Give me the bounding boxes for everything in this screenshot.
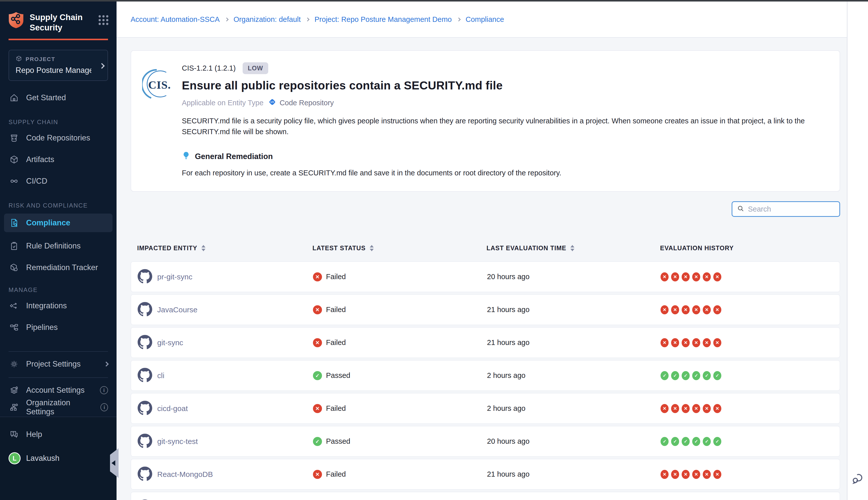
table-row[interactable]: git-sync ✕ Failed 21 hours ago ✕✕✕✕✕✕ [131, 327, 840, 358]
sidebar-item-integrations[interactable]: Integrations [0, 298, 117, 314]
github-icon [138, 368, 152, 384]
remediation-text: For each repository in use, create a SEC… [182, 169, 824, 177]
info-icon[interactable] [101, 403, 108, 411]
entity-name-link[interactable]: cicd-goat [157, 404, 188, 413]
sidebar-item-pipelines[interactable]: Pipelines [0, 320, 117, 335]
sidebar-item-remediation-tracker[interactable]: Remediation Tracker [0, 260, 117, 275]
history-fail-icon: ✕ [692, 305, 700, 314]
sidebar-item-help[interactable]: Help [0, 427, 117, 442]
code-repository-diamond-icon [268, 98, 277, 108]
cis-logo: CIS. [142, 62, 182, 177]
entity-name-link[interactable]: git-sync [157, 339, 183, 347]
sidebar-item-code-repositories[interactable]: Code Repositories [0, 130, 117, 146]
entity-type-tag[interactable]: Code Repository [268, 98, 334, 108]
history-fail-icon: ✕ [713, 338, 721, 347]
search-input[interactable] [748, 205, 843, 213]
breadcrumb-separator-icon [306, 17, 310, 21]
evaluation-history: ✕✕✕✕✕✕ [661, 272, 840, 281]
sidebar-divider [9, 377, 108, 378]
table-row[interactable]: JavaCourse ✕ Failed 21 hours ago ✕✕✕✕✕✕ [131, 294, 840, 325]
sidebar-item-organization-settings[interactable]: Organization Settings [0, 399, 117, 415]
history-fail-icon: ✕ [661, 272, 669, 281]
status-icon: ✕ [313, 305, 322, 314]
sidebar-divider [9, 351, 108, 352]
section-header-manage: MANAGE [0, 286, 117, 294]
sidebar-item-cicd[interactable]: CI/CD [0, 173, 117, 189]
history-fail-icon: ✕ [713, 470, 721, 479]
sidebar-item-account-settings[interactable]: Account Settings [0, 383, 117, 398]
chat-support-icon[interactable] [851, 472, 865, 487]
help-chat-icon [9, 430, 20, 439]
history-fail-icon: ✕ [671, 470, 679, 479]
column-header-last-evaluation-time[interactable]: LAST EVALUATION TIME [486, 245, 660, 252]
table-row[interactable]: React-MongoDB ✕ Failed 21 hours ago ✕✕✕✕… [131, 459, 840, 490]
module-switcher-grid-icon[interactable] [97, 14, 109, 27]
applicable-label: Applicable on Entity Type [182, 99, 264, 107]
info-icon[interactable] [100, 386, 108, 394]
column-header-latest-status[interactable]: LATEST STATUS [312, 245, 486, 252]
sidebar-item-artifacts[interactable]: Artifacts [0, 152, 117, 167]
page-content: CIS. CIS-1.2.1 (1.2.1) LOW Ensure all pu… [117, 38, 847, 500]
history-fail-icon: ✕ [671, 404, 679, 413]
sort-icon [370, 245, 374, 251]
history-fail-icon: ✕ [682, 404, 690, 413]
breadcrumb-organization-link[interactable]: Organization: default [234, 15, 301, 24]
status-icon: ✓ [313, 371, 322, 380]
project-selector[interactable]: PROJECT Repo Posture Manage... [9, 50, 108, 81]
entity-name-link[interactable]: JavaCourse [157, 306, 197, 314]
history-pass-icon: ✓ [661, 371, 669, 380]
history-pass-icon: ✓ [671, 371, 679, 380]
breadcrumb: Account: Automation-SSCA Organization: d… [131, 15, 504, 24]
status-icon: ✕ [313, 470, 322, 479]
infinity-cicd-icon [9, 176, 20, 186]
breadcrumb-account-link[interactable]: Account: Automation-SSCA [131, 15, 220, 24]
status-label: Failed [326, 273, 346, 281]
sidebar-item-compliance[interactable]: Compliance [4, 214, 113, 232]
history-fail-icon: ✕ [692, 272, 700, 281]
sidebar-item-get-started[interactable]: Get Started [0, 90, 117, 105]
gear-icon [9, 359, 20, 369]
history-fail-icon: ✕ [713, 305, 721, 314]
sidebar: Supply Chain Security PROJECT Repo Postu… [0, 1, 117, 500]
history-fail-icon: ✕ [682, 470, 690, 479]
github-icon [138, 467, 152, 482]
evaluation-history: ✕✕✕✕✕✕ [661, 338, 840, 347]
entity-name-link[interactable]: git-sync-test [157, 437, 198, 446]
table-row[interactable]: ✓ ✓✓✓✓✓✓ [131, 492, 840, 500]
account-layers-icon [9, 385, 20, 395]
column-header-impacted-entity[interactable]: IMPACTED ENTITY [131, 245, 312, 252]
table-row[interactable]: cicd-goat ✕ Failed 2 hours ago ✕✕✕✕✕✕ [131, 393, 840, 424]
supply-chain-security-shield-icon [8, 12, 24, 30]
history-fail-icon: ✕ [661, 338, 669, 347]
table-row[interactable]: pr-git-sync ✕ Failed 20 hours ago ✕✕✕✕✕✕ [131, 261, 840, 292]
evaluation-history: ✓✓✓✓✓✓ [661, 437, 840, 446]
sidebar-item-rule-definitions[interactable]: Rule Definitions [0, 238, 117, 254]
history-pass-icon: ✓ [682, 371, 690, 380]
github-icon [138, 401, 152, 416]
evaluation-history: ✕✕✕✕✕✕ [661, 404, 840, 413]
user-menu[interactable]: L Lavakush [0, 452, 117, 464]
rule-id: CIS-1.2.1 (1.2.1) [182, 64, 235, 72]
entity-name-link[interactable]: React-MongoDB [157, 470, 213, 479]
breadcrumb-compliance-link[interactable]: Compliance [466, 15, 504, 24]
history-fail-icon: ✕ [713, 404, 721, 413]
entity-name-link[interactable]: cli [157, 371, 164, 380]
entity-name-link[interactable]: pr-git-sync [157, 273, 193, 281]
table-toolbar [131, 201, 840, 217]
sidebar-item-project-settings[interactable]: Project Settings [0, 356, 117, 372]
history-fail-icon: ✕ [671, 338, 679, 347]
module-accent-line [9, 39, 108, 40]
app-title: Supply Chain Security [30, 12, 92, 33]
organization-tree-icon [9, 402, 20, 412]
status-label: Failed [326, 339, 346, 347]
app-logo-row: Supply Chain Security [0, 1, 117, 33]
last-evaluation-time: 21 hours ago [487, 470, 661, 478]
history-fail-icon: ✕ [703, 338, 711, 347]
table-row[interactable]: cli ✓ Passed 2 hours ago ✓✓✓✓✓✓ [131, 360, 840, 391]
table-row[interactable]: git-sync-test ✓ Passed 20 hours ago ✓✓✓✓… [131, 426, 840, 457]
chevron-right-icon [104, 362, 109, 366]
right-utility-rail [847, 1, 868, 500]
avatar: L [9, 452, 21, 464]
breadcrumb-project-link[interactable]: Project: Repo Posture Management Demo [314, 15, 452, 24]
search-box[interactable] [732, 201, 840, 217]
